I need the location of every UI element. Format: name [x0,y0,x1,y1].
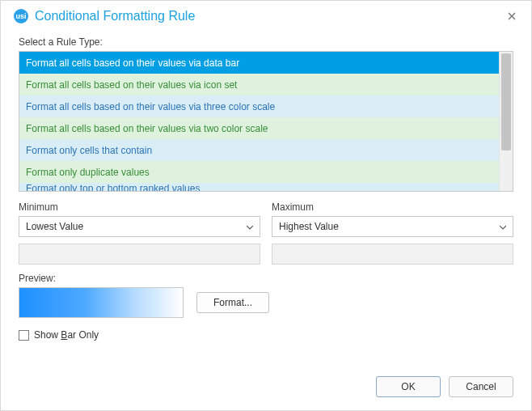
rule-item-duplicate[interactable]: Format only duplicate values [19,161,499,183]
app-icon: usi [14,9,28,23]
dialog-title: Conditional Formatting Rule [35,9,195,23]
maximum-value-input [272,244,513,265]
scroll-thumb[interactable] [501,53,511,150]
maximum-type-dropdown[interactable]: Highest Value [272,216,513,237]
rule-item-contain[interactable]: Format only cells that contain [19,139,499,161]
rule-type-label: Select a Rule Type: [19,36,513,48]
minimum-label: Minimum [19,201,260,213]
content-area: Select a Rule Type: Format all cells bas… [1,36,531,341]
rule-list-scrollbar[interactable] [499,52,513,191]
rule-item-topbottom[interactable]: Format only top or bottom ranked values [19,183,499,191]
ok-button-label: OK [401,381,415,392]
databar-preview [19,287,184,318]
maximum-label: Maximum [272,201,513,213]
chevron-down-icon [500,221,506,232]
preview-row: Format... [19,287,513,318]
minimum-type-dropdown[interactable]: Lowest Value [19,216,260,237]
min-max-row: Minimum Lowest Value Maximum Highest Val… [19,197,513,265]
cancel-button[interactable]: Cancel [449,376,513,397]
ok-button[interactable]: OK [376,376,441,397]
close-button[interactable] [502,6,521,26]
show-bar-only-label[interactable]: Show Bar Only [34,329,99,341]
cancel-button-label: Cancel [466,381,496,392]
rule-item-databar[interactable]: Format all cells based on their values v… [19,52,499,74]
minimum-column: Minimum Lowest Value [19,197,260,265]
rule-type-list[interactable]: Format all cells based on their values v… [19,51,513,192]
dialog-footer: OK Cancel [376,376,513,397]
format-button[interactable]: Format... [196,292,269,313]
maximum-column: Maximum Highest Value [272,197,513,265]
format-button-label: Format... [213,297,252,308]
rule-item-iconset[interactable]: Format all cells based on their values v… [19,74,499,95]
rule-type-items: Format all cells based on their values v… [19,52,499,191]
dialog-window: usi Conditional Formatting Rule Select a… [0,0,532,411]
minimum-value-input [19,244,260,265]
preview-label: Preview: [19,273,513,284]
maximum-type-value: Highest Value [279,221,339,232]
rule-item-twocolor[interactable]: Format all cells based on their values v… [19,117,499,139]
minimum-type-value: Lowest Value [26,221,83,232]
titlebar: usi Conditional Formatting Rule [1,1,531,32]
close-icon [508,12,516,20]
chevron-down-icon [247,221,253,232]
show-bar-only-row: Show Bar Only [19,329,513,341]
show-bar-only-checkbox[interactable] [19,330,29,341]
rule-item-threecolor[interactable]: Format all cells based on their values v… [19,95,499,117]
